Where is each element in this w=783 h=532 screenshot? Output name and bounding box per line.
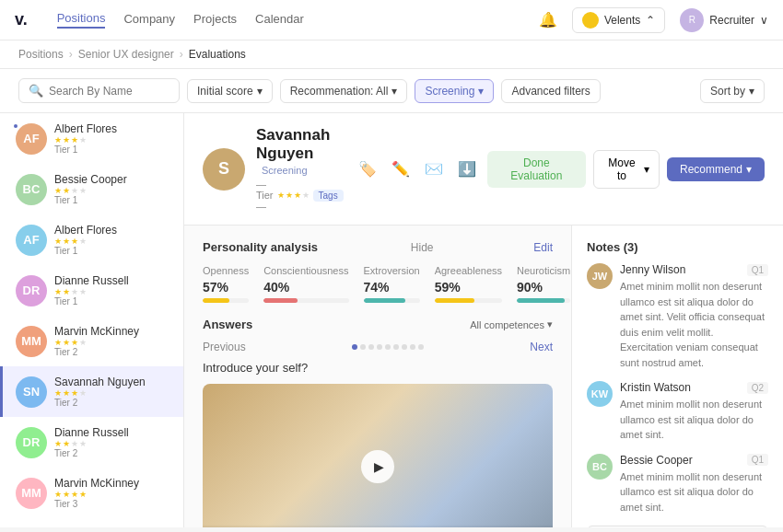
trait-label: Conscientiousness [263,265,348,276]
note-text: Amet minim mollit non deserunt ullamco e… [620,279,768,370]
nav-calendar[interactable]: Calendar [255,12,304,28]
tier-star-1: ★ [277,191,285,200]
star-2: ★ [71,490,78,499]
breadcrumb-positions[interactable]: Positions [18,48,64,61]
nav-company[interactable]: Company [123,12,175,28]
advanced-filters-label: Advanced filters [511,85,590,98]
star-2: ★ [71,338,78,347]
edit-icon[interactable]: ✏️ [388,156,414,181]
candidate-name: Bessie Cooper [54,173,170,186]
star-0: ★ [54,338,62,347]
detail-header: S Savannah Nguyen Screening — Tier — ★ ★… [184,113,783,226]
tier-star-3: ★ [294,191,301,200]
breadcrumb-sep-1: › [69,48,73,61]
detail-avatar: S [203,148,245,191]
note-content: Bessie Cooper Q1 Amet minim mollit non d… [620,454,768,515]
company-name: Velents [604,14,640,27]
detail-panel: S Savannah Nguyen Screening — Tier — ★ ★… [184,113,783,527]
recommendation-chevron-icon: ▾ [392,85,397,98]
candidate-item[interactable]: AF Albert Flores ★★★★ Tier 1 [0,214,183,265]
candidate-info: Bessie Cooper ★★★★ Tier 1 [54,173,170,205]
star-0: ★ [54,490,62,499]
candidate-item[interactable]: BC Bessie Cooper ★★★★ Tier 1 [0,164,183,214]
company-logo [582,12,599,29]
user-menu[interactable]: R Recruiter ∨ [680,8,768,32]
avatar: DR [16,427,47,458]
candidate-stars: ★★★★ [54,287,170,296]
nav-positions[interactable]: Positions [57,11,106,29]
sort-chevron-icon: ▾ [749,85,754,98]
email-icon[interactable]: ✉️ [421,156,447,181]
left-panel: Personality analysis Hide Edit Openness … [184,226,571,527]
candidate-info: Savannah Nguyen ★★★★ Tier 2 [54,376,170,408]
nav-dots [352,344,424,350]
video-controls: 00:23 1:41 [203,525,553,527]
star-1: ★ [63,439,70,448]
prev-button[interactable]: Previous [203,341,246,353]
note-content: Jenny Wilson Q1 Amet minim mollit non de… [620,263,768,370]
candidate-info: Marvin McKinney ★★★★ Tier 2 [54,325,170,357]
trait-label: Agreeableness [435,265,502,276]
note-item: JW Jenny Wilson Q1 Amet minim mollit non… [587,263,768,370]
sort-button[interactable]: Sort by ▾ [700,79,765,103]
candidate-item[interactable]: MM Marvin McKinney ★★★★ Tier 2 [0,316,183,366]
candidate-item[interactable]: SN Savannah Nguyen ★★★★ Tier 2 [0,366,183,417]
personality-item: Neuroticism 90% [517,265,570,303]
candidate-stars: ★★★★ [54,388,170,398]
recommend-chevron-icon: ▾ [746,163,752,176]
candidate-tier: Tier 1 [54,195,170,205]
trait-value: 40% [263,280,348,295]
advanced-filters-button[interactable]: Advanced filters [501,79,600,103]
star-1: ★ [63,135,70,145]
hide-link[interactable]: Hide [411,241,434,254]
note-header: Jenny Wilson Q1 [620,263,768,276]
note-q-label: Q2 [747,382,768,394]
trait-fill [435,298,474,303]
candidate-item[interactable]: DR Dianne Russell ★★★★ Tier 1 [0,265,183,316]
candidate-item[interactable]: MM Marvin McKinney ★★★★ Tier 3 [0,468,183,518]
breadcrumb-evaluations: Evaluations [189,48,246,61]
star-1: ★ [63,287,70,296]
notes-panel: Notes (3) JW Jenny Wilson Q1 Amet minim … [571,226,783,527]
competences-dropdown[interactable]: All competences ▾ [470,318,553,330]
screening-filter[interactable]: Screening ▾ [415,79,494,103]
tags-badge[interactable]: Tags [313,190,344,202]
download-icon[interactable]: ⬇️ [454,156,480,181]
tier-label: — Tier — [256,179,274,212]
search-input[interactable] [49,85,169,98]
sort-label: Sort by [710,85,745,98]
note-text: Amet minim mollit non deserunt ullamco e… [620,469,768,515]
candidate-item[interactable]: AF Albert Flores ★★★★ Tier 1 [0,113,183,164]
recommendation-filter[interactable]: Recommenation: All ▾ [280,79,408,103]
star-2: ★ [71,237,78,246]
star-0: ★ [54,237,62,246]
trait-label: Extroversion [364,265,420,276]
note-input[interactable] [587,526,768,527]
next-button[interactable]: Next [530,341,553,353]
detail-name-block: Savannah Nguyen Screening — Tier — ★ ★ ★… [256,126,344,212]
notes-list: JW Jenny Wilson Q1 Amet minim mollit non… [587,263,768,515]
competences-chevron-icon: ▾ [547,318,553,330]
breadcrumb-ux-designer[interactable]: Senior UX designer [78,48,174,61]
search-box[interactable]: 🔍 [18,78,180,103]
notification-bell-icon[interactable]: 🔔 [539,11,557,29]
note-content: Kristin Watson Q2 Amet minim mollit non … [620,381,768,443]
nav-projects[interactable]: Projects [193,12,237,28]
initial-score-filter[interactable]: Initial score ▾ [187,79,273,103]
video-player[interactable]: ▶ 00:23 1:41 [203,384,553,527]
move-to-button[interactable]: Move to ▾ [593,150,660,189]
personality-edit-link[interactable]: Edit [533,241,553,254]
candidate-name: Dianne Russell [54,274,170,287]
note-author: Bessie Cooper [620,454,693,467]
candidate-stars: ★★★★ [54,237,170,246]
personality-item: Openness 57% [203,265,249,303]
company-selector[interactable]: Velents ⌃ [572,7,665,33]
recommend-button[interactable]: Recommend ▾ [667,157,765,181]
candidate-item[interactable]: DR Dianne Russell ★★★★ Tier 2 [0,417,183,468]
avatar: R [680,8,704,32]
dot-6 [393,344,399,350]
candidate-item[interactable]: DR Dianne Russell ★★★★ Tier 3 [0,518,183,527]
play-button[interactable]: ▶ [361,450,394,483]
done-evaluation-button[interactable]: Done Evaluation [487,151,586,188]
tag-icon[interactable]: 🏷️ [355,156,380,181]
